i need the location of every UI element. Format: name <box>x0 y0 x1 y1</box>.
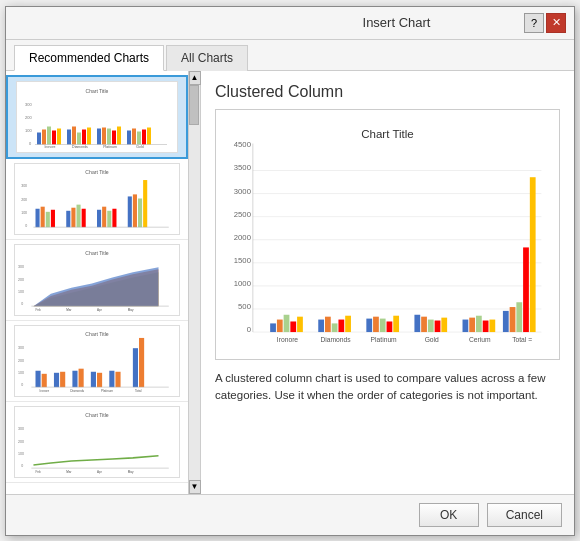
svg-rect-80 <box>133 348 138 387</box>
tab-recommended[interactable]: Recommended Charts <box>14 45 164 71</box>
ok-button[interactable]: OK <box>419 503 479 527</box>
svg-rect-131 <box>393 315 399 331</box>
svg-rect-73 <box>60 371 65 386</box>
svg-text:0: 0 <box>21 383 23 387</box>
svg-text:1500: 1500 <box>234 255 251 264</box>
svg-text:3500: 3500 <box>234 163 251 172</box>
svg-text:Cerium: Cerium <box>469 335 491 342</box>
svg-text:200: 200 <box>18 439 24 443</box>
svg-rect-74 <box>72 370 77 386</box>
svg-rect-78 <box>109 370 114 386</box>
svg-rect-37 <box>46 211 50 226</box>
svg-rect-149 <box>530 177 536 332</box>
svg-text:0: 0 <box>21 464 23 468</box>
close-button[interactable]: ✕ <box>546 13 566 33</box>
svg-rect-148 <box>523 247 529 332</box>
cancel-button[interactable]: Cancel <box>487 503 562 527</box>
svg-rect-143 <box>489 319 495 332</box>
svg-text:Diamonds: Diamonds <box>320 335 351 342</box>
svg-rect-18 <box>112 130 116 144</box>
chart-thumbnail-3[interactable]: Chart Title 0 100 200 300 Feb <box>6 240 188 321</box>
svg-text:300: 300 <box>21 184 27 188</box>
svg-rect-24 <box>147 127 151 144</box>
svg-text:Chart Title: Chart Title <box>85 330 108 336</box>
chart-title: Chart Title <box>361 127 414 139</box>
scroll-down[interactable]: ▼ <box>189 480 201 494</box>
svg-text:200: 200 <box>21 197 27 201</box>
svg-text:0: 0 <box>25 224 27 228</box>
svg-rect-129 <box>380 318 386 331</box>
svg-rect-133 <box>414 314 420 331</box>
svg-rect-22 <box>137 131 141 144</box>
chart-thumbnail-5[interactable]: Chart Title 0 100 200 300 Feb Mar Apr Ma… <box>6 402 188 483</box>
svg-rect-39 <box>66 210 70 226</box>
svg-rect-75 <box>79 368 84 386</box>
scroll-track[interactable] <box>189 85 200 480</box>
svg-text:Platinum: Platinum <box>371 335 398 342</box>
svg-text:Gold: Gold <box>425 335 439 342</box>
svg-rect-130 <box>387 321 393 332</box>
svg-rect-137 <box>441 317 447 331</box>
svg-text:Diamonds: Diamonds <box>70 389 84 393</box>
svg-rect-81 <box>139 337 144 386</box>
help-button[interactable]: ? <box>524 13 544 33</box>
svg-rect-23 <box>142 129 146 144</box>
scroll-up[interactable]: ▲ <box>189 71 201 85</box>
svg-rect-20 <box>127 130 131 144</box>
chart-preview: Chart Title 0 500 1000 1500 2000 2500 30… <box>215 109 560 360</box>
svg-rect-5 <box>37 132 41 144</box>
svg-text:Diamonds: Diamonds <box>72 144 88 148</box>
svg-rect-40 <box>71 207 75 226</box>
svg-rect-36 <box>41 206 45 227</box>
svg-rect-47 <box>128 196 132 227</box>
svg-rect-116 <box>277 319 283 332</box>
svg-rect-9 <box>57 128 61 144</box>
chart-thumbnail-1[interactable]: Chart Title 0 100 200 300 <box>6 75 188 159</box>
svg-rect-134 <box>421 316 427 331</box>
svg-text:2000: 2000 <box>234 232 251 241</box>
svg-rect-42 <box>82 208 86 226</box>
svg-rect-70 <box>36 370 41 386</box>
svg-rect-140 <box>469 317 475 331</box>
svg-text:0: 0 <box>247 325 251 334</box>
svg-text:200: 200 <box>18 277 24 281</box>
svg-rect-48 <box>133 194 137 227</box>
svg-rect-6 <box>42 129 46 144</box>
scrollbar[interactable]: ▲ ▼ <box>188 71 200 494</box>
svg-text:100: 100 <box>18 289 24 293</box>
svg-rect-136 <box>435 320 441 332</box>
svg-text:Mar: Mar <box>66 308 71 312</box>
svg-text:100: 100 <box>25 127 32 132</box>
svg-text:0: 0 <box>21 302 23 306</box>
chart-type-name: Clustered Column <box>215 83 560 101</box>
svg-marker-59 <box>33 267 158 306</box>
svg-rect-76 <box>91 371 96 386</box>
svg-rect-122 <box>325 316 331 331</box>
svg-text:Chart Title: Chart Title <box>85 411 108 417</box>
svg-rect-124 <box>338 319 344 332</box>
svg-rect-46 <box>112 208 116 226</box>
svg-rect-45 <box>107 210 111 226</box>
svg-rect-38 <box>51 209 55 226</box>
svg-rect-127 <box>366 318 372 331</box>
svg-rect-49 <box>138 198 142 227</box>
svg-rect-125 <box>345 315 351 331</box>
svg-text:Chart Title: Chart Title <box>85 249 108 255</box>
svg-text:Ironore: Ironore <box>44 144 55 148</box>
svg-text:500: 500 <box>238 301 251 310</box>
svg-rect-7 <box>47 126 51 144</box>
svg-text:300: 300 <box>18 265 24 269</box>
svg-rect-146 <box>510 307 516 332</box>
scroll-thumb[interactable] <box>189 85 199 125</box>
svg-rect-41 <box>77 204 81 227</box>
svg-rect-115 <box>270 323 276 332</box>
svg-rect-139 <box>463 319 469 332</box>
svg-text:May: May <box>128 470 134 474</box>
svg-rect-16 <box>102 127 106 144</box>
chart-thumbnail-2[interactable]: Chart Title 0 100 200 300 <box>6 159 188 240</box>
content-area: Chart Title 0 100 200 300 <box>6 71 574 494</box>
svg-text:Chart Title: Chart Title <box>86 87 109 93</box>
chart-thumbnail-4[interactable]: Chart Title 0 100 200 300 <box>6 321 188 402</box>
tab-all-charts[interactable]: All Charts <box>166 45 248 71</box>
svg-rect-50 <box>143 180 147 227</box>
